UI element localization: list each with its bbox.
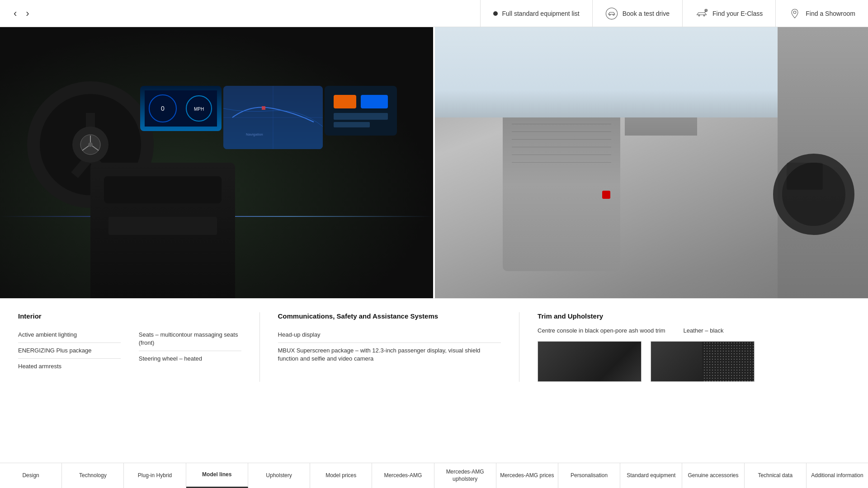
test-drive-link[interactable]: Book a test drive [592,0,682,27]
test-drive-label: Book a test drive [623,10,670,17]
svg-rect-20 [334,95,356,108]
seat-line-8 [512,162,611,163]
main-images: 0 MPH Navigation [0,27,868,298]
prev-arrow[interactable]: ‹ [14,8,17,19]
trim-text-left: Centre console in black open-pore ash wo… [538,327,665,334]
equipment-link[interactable]: Full standard equipment list [480,0,592,27]
find-eclass-link[interactable]: Find your E-Class [682,0,775,27]
trim-swatches [538,341,850,382]
bottom-nav-model-lines[interactable]: Model lines [186,463,248,488]
svg-point-2 [613,14,614,15]
console-controls [104,176,222,203]
nav-arrows: ‹ › [0,8,43,19]
bottom-nav-mercedes-amg-prices[interactable]: Mercedes-AMG prices [496,463,558,488]
trim-swatch-wood [538,341,642,382]
interior-item-2: ENERGIZING Plus package [18,343,121,359]
bottom-nav-upholstery[interactable]: Upholstery [248,463,310,488]
seat-line-6 [512,147,611,147]
bottom-nav-technology[interactable]: Technology [62,463,124,488]
svg-rect-21 [361,95,388,108]
comm-item-1: Head-up display [278,327,501,343]
find-eclass-label: Find your E-Class [712,10,763,17]
seat-line-3 [512,124,611,124]
eclass-icon [695,7,708,20]
seat-line-7 [512,155,611,155]
communications-items: Head-up display MBUX Superscreen package… [278,327,501,367]
trim-title: Trim and Upholstery [538,312,850,320]
partial-steering-wheel [773,154,854,235]
svg-point-1 [609,14,610,15]
right-display [329,90,392,131]
bottom-nav-mercedes-amg[interactable]: Mercedes-AMG [372,463,434,488]
interior-items: Active ambient lighting ENERGIZING Plus … [18,327,241,375]
console-slider [108,217,217,235]
svg-point-8 [88,142,93,147]
trim-info-col: Trim and Upholstery Centre console in bl… [538,312,850,382]
bottom-nav-mercedes-amg-upholstery[interactable]: Mercedes-AMG upholstery [434,463,496,488]
instrument-cluster-screen: 0 MPH [140,86,222,131]
interior-item-4: Seats – multicontour massaging seats (fr… [139,327,241,351]
car-icon [605,7,618,20]
interior-item-5: Steering wheel – heated [139,351,241,366]
bottom-nav-standard-equipment[interactable]: Standard equipment [620,463,682,488]
interior-info-col: Interior Active ambient lighting ENERGIZ… [18,312,260,382]
interior-items-left: Active ambient lighting ENERGIZING Plus … [18,327,121,375]
next-arrow[interactable]: › [26,8,29,19]
interior-items-right: Seats – multicontour massaging seats (fr… [139,327,241,375]
seat-line-4 [512,131,611,132]
svg-text:Navigation: Navigation [246,132,263,136]
map-display: Navigation [223,86,323,149]
communications-info-col: Communications, Safety and Assistance Sy… [278,312,520,382]
bottom-nav-personalisation[interactable]: Personalisation [558,463,620,488]
bottom-nav-design[interactable]: Design [0,463,62,488]
bottom-nav-technical-data[interactable]: Technical data [745,463,807,488]
svg-point-4 [703,14,705,16]
trim-texts: Centre console in black open-pore ash wo… [538,327,850,334]
svg-rect-9 [145,90,217,127]
top-navigation: ‹ › Full standard equipment list Book a … [0,0,868,27]
bottom-navigation: Design Technology Plug-in Hybrid Model l… [0,463,868,488]
leather-swatch-left [651,342,702,381]
nav-links: Full standard equipment list Book a test… [480,0,868,27]
seat-quilting [512,108,611,271]
center-console [90,163,235,298]
map-svg: Navigation [223,86,323,149]
svg-rect-22 [334,113,388,120]
svg-point-0 [606,8,617,19]
svg-point-3 [698,14,700,16]
comm-item-2: MBUX Superscreen package – with 12.3-inc… [278,343,501,366]
mb-logo [79,133,102,156]
bottom-nav-additional-information[interactable]: Additional information [807,463,868,488]
trim-swatch-leather [651,341,755,382]
showroom-link[interactable]: Find a Showroom [775,0,868,27]
window-fade [435,90,778,117]
window-area [435,27,778,117]
instrument-display: 0 MPH [145,90,217,127]
right-screen [325,86,397,136]
bottom-nav-plugin-hybrid[interactable]: Plug-in Hybrid [124,463,186,488]
interior-item-3: Heated armrests [18,359,121,374]
svg-text:0: 0 [161,105,165,112]
pin-icon [788,7,801,20]
trim-text-right: Leather – black [684,327,724,334]
svg-rect-17 [262,106,265,110]
sw-hub [72,127,108,163]
seat-belt-buckle [602,191,610,199]
seat-line-5 [512,139,611,140]
showroom-label: Find a Showroom [806,10,855,17]
communications-title: Communications, Safety and Assistance Sy… [278,312,501,320]
svg-point-6 [793,11,796,14]
equipment-label: Full standard equipment list [502,10,580,17]
svg-rect-23 [334,122,370,127]
bottom-nav-genuine-accessories[interactable]: Genuine accessories [682,463,744,488]
interior-item-1: Active ambient lighting [18,327,121,343]
info-section: Interior Active ambient lighting ENERGIZ… [0,298,868,395]
interior-seat-image [435,27,868,298]
interior-title: Interior [18,312,241,320]
bottom-nav-model-prices[interactable]: Model prices [310,463,372,488]
svg-text:MPH: MPH [194,107,204,112]
dot-icon [493,11,498,16]
seat-back [503,99,620,271]
dashboard-screens: 0 MPH Navigation [140,86,397,149]
interior-dashboard-image: 0 MPH Navigation [0,27,435,298]
